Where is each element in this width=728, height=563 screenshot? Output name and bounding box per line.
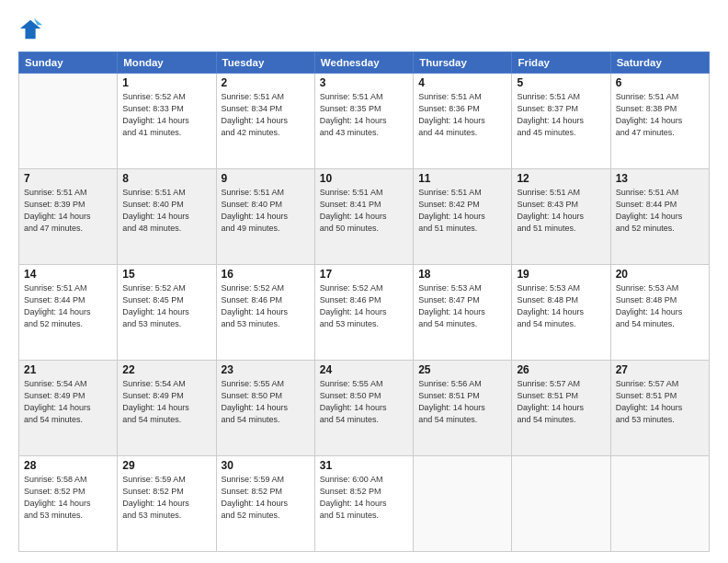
calendar-cell: 5Sunrise: 5:51 AMSunset: 8:37 PMDaylight… <box>512 74 610 169</box>
day-info: Sunrise: 5:53 AMSunset: 8:48 PMDaylight:… <box>517 282 605 330</box>
day-info: Sunrise: 5:51 AMSunset: 8:43 PMDaylight:… <box>517 187 605 235</box>
day-number: 20 <box>616 268 704 281</box>
day-info: Sunrise: 5:57 AMSunset: 8:51 PMDaylight:… <box>517 378 605 426</box>
day-number: 15 <box>122 268 210 281</box>
day-number: 21 <box>24 363 112 376</box>
day-info: Sunrise: 5:57 AMSunset: 8:51 PMDaylight:… <box>616 378 704 426</box>
calendar-cell: 12Sunrise: 5:51 AMSunset: 8:43 PMDayligh… <box>512 169 610 265</box>
calendar-week-4: 21Sunrise: 5:54 AMSunset: 8:49 PMDayligh… <box>19 361 710 456</box>
day-number: 8 <box>122 172 210 185</box>
day-number: 25 <box>418 363 506 376</box>
day-info: Sunrise: 5:51 AMSunset: 8:44 PMDaylight:… <box>616 187 704 235</box>
calendar-cell: 23Sunrise: 5:55 AMSunset: 8:50 PMDayligh… <box>216 361 314 456</box>
calendar-cell: 26Sunrise: 5:57 AMSunset: 8:51 PMDayligh… <box>512 361 610 456</box>
day-of-week-friday: Friday <box>512 52 610 74</box>
calendar-cell: 31Sunrise: 6:00 AMSunset: 8:52 PMDayligh… <box>314 456 413 552</box>
calendar-cell: 17Sunrise: 5:52 AMSunset: 8:46 PMDayligh… <box>314 265 413 361</box>
day-number: 19 <box>517 268 605 281</box>
calendar-cell: 13Sunrise: 5:51 AMSunset: 8:44 PMDayligh… <box>610 169 709 265</box>
day-info: Sunrise: 5:51 AMSunset: 8:40 PMDaylight:… <box>222 187 310 235</box>
calendar-week-3: 14Sunrise: 5:51 AMSunset: 8:44 PMDayligh… <box>19 265 710 361</box>
day-number: 10 <box>320 172 408 185</box>
day-number: 7 <box>24 172 112 185</box>
day-number: 26 <box>517 363 605 376</box>
day-number: 22 <box>122 363 210 376</box>
day-of-week-tuesday: Tuesday <box>216 52 314 74</box>
day-number: 18 <box>418 268 506 281</box>
calendar-cell: 8Sunrise: 5:51 AMSunset: 8:40 PMDaylight… <box>118 169 216 265</box>
calendar-cell: 1Sunrise: 5:52 AMSunset: 8:33 PMDaylight… <box>118 74 216 169</box>
day-info: Sunrise: 5:51 AMSunset: 8:39 PMDaylight:… <box>24 187 112 235</box>
calendar-header-row: SundayMondayTuesdayWednesdayThursdayFrid… <box>19 52 710 74</box>
calendar-cell <box>610 456 709 552</box>
calendar-week-1: 1Sunrise: 5:52 AMSunset: 8:33 PMDaylight… <box>19 74 710 169</box>
calendar-cell: 25Sunrise: 5:56 AMSunset: 8:51 PMDayligh… <box>414 361 512 456</box>
day-info: Sunrise: 5:51 AMSunset: 8:34 PMDaylight:… <box>222 91 310 139</box>
calendar-cell: 15Sunrise: 5:52 AMSunset: 8:45 PMDayligh… <box>118 265 216 361</box>
calendar-cell <box>512 456 610 552</box>
day-number: 4 <box>418 76 506 89</box>
day-info: Sunrise: 5:51 AMSunset: 8:41 PMDaylight:… <box>320 187 408 235</box>
day-info: Sunrise: 5:58 AMSunset: 8:52 PMDaylight:… <box>24 474 112 522</box>
calendar-cell: 29Sunrise: 5:59 AMSunset: 8:52 PMDayligh… <box>118 456 216 552</box>
day-info: Sunrise: 5:59 AMSunset: 8:52 PMDaylight:… <box>222 474 310 522</box>
day-info: Sunrise: 5:52 AMSunset: 8:33 PMDaylight:… <box>122 91 210 139</box>
calendar-cell: 30Sunrise: 5:59 AMSunset: 8:52 PMDayligh… <box>216 456 314 552</box>
calendar-cell <box>19 74 118 169</box>
day-info: Sunrise: 5:52 AMSunset: 8:46 PMDaylight:… <box>320 282 408 330</box>
day-of-week-sunday: Sunday <box>19 52 118 74</box>
day-info: Sunrise: 5:51 AMSunset: 8:36 PMDaylight:… <box>418 91 506 139</box>
calendar-week-5: 28Sunrise: 5:58 AMSunset: 8:52 PMDayligh… <box>19 456 710 552</box>
day-info: Sunrise: 5:59 AMSunset: 8:52 PMDaylight:… <box>122 474 210 522</box>
day-number: 5 <box>517 76 605 89</box>
day-info: Sunrise: 5:51 AMSunset: 8:44 PMDaylight:… <box>24 282 112 330</box>
page: SundayMondayTuesdayWednesdayThursdayFrid… <box>0 0 728 563</box>
calendar-week-2: 7Sunrise: 5:51 AMSunset: 8:39 PMDaylight… <box>19 169 710 265</box>
day-number: 24 <box>320 363 408 376</box>
day-number: 6 <box>616 76 704 89</box>
day-info: Sunrise: 5:52 AMSunset: 8:46 PMDaylight:… <box>222 282 310 330</box>
day-number: 11 <box>418 172 506 185</box>
calendar-cell: 28Sunrise: 5:58 AMSunset: 8:52 PMDayligh… <box>19 456 118 552</box>
day-info: Sunrise: 5:51 AMSunset: 8:40 PMDaylight:… <box>122 187 210 235</box>
day-number: 29 <box>122 459 210 472</box>
day-number: 9 <box>222 172 310 185</box>
day-info: Sunrise: 5:53 AMSunset: 8:47 PMDaylight:… <box>418 282 506 330</box>
day-info: Sunrise: 5:51 AMSunset: 8:38 PMDaylight:… <box>616 91 704 139</box>
calendar-cell: 16Sunrise: 5:52 AMSunset: 8:46 PMDayligh… <box>216 265 314 361</box>
day-of-week-monday: Monday <box>118 52 216 74</box>
day-number: 2 <box>222 76 310 89</box>
day-info: Sunrise: 5:51 AMSunset: 8:42 PMDaylight:… <box>418 187 506 235</box>
calendar-cell: 21Sunrise: 5:54 AMSunset: 8:49 PMDayligh… <box>19 361 118 456</box>
day-info: Sunrise: 5:54 AMSunset: 8:49 PMDaylight:… <box>122 378 210 426</box>
day-of-week-thursday: Thursday <box>414 52 512 74</box>
header <box>18 17 710 42</box>
day-number: 17 <box>320 268 408 281</box>
day-number: 23 <box>222 363 310 376</box>
calendar-cell: 19Sunrise: 5:53 AMSunset: 8:48 PMDayligh… <box>512 265 610 361</box>
day-number: 14 <box>24 268 112 281</box>
calendar-cell <box>414 456 512 552</box>
calendar-cell: 6Sunrise: 5:51 AMSunset: 8:38 PMDaylight… <box>610 74 709 169</box>
calendar-cell: 4Sunrise: 5:51 AMSunset: 8:36 PMDaylight… <box>414 74 512 169</box>
calendar-cell: 7Sunrise: 5:51 AMSunset: 8:39 PMDaylight… <box>19 169 118 265</box>
day-info: Sunrise: 5:54 AMSunset: 8:49 PMDaylight:… <box>24 378 112 426</box>
calendar-cell: 9Sunrise: 5:51 AMSunset: 8:40 PMDaylight… <box>216 169 314 265</box>
calendar-cell: 11Sunrise: 5:51 AMSunset: 8:42 PMDayligh… <box>414 169 512 265</box>
calendar-cell: 14Sunrise: 5:51 AMSunset: 8:44 PMDayligh… <box>19 265 118 361</box>
day-number: 13 <box>616 172 704 185</box>
calendar-cell: 24Sunrise: 5:55 AMSunset: 8:50 PMDayligh… <box>314 361 413 456</box>
day-info: Sunrise: 6:00 AMSunset: 8:52 PMDaylight:… <box>320 474 408 522</box>
day-info: Sunrise: 5:51 AMSunset: 8:35 PMDaylight:… <box>320 91 408 139</box>
calendar-cell: 2Sunrise: 5:51 AMSunset: 8:34 PMDaylight… <box>216 74 314 169</box>
day-info: Sunrise: 5:56 AMSunset: 8:51 PMDaylight:… <box>418 378 506 426</box>
day-info: Sunrise: 5:55 AMSunset: 8:50 PMDaylight:… <box>320 378 408 426</box>
day-number: 1 <box>122 76 210 89</box>
calendar-cell: 20Sunrise: 5:53 AMSunset: 8:48 PMDayligh… <box>610 265 709 361</box>
day-number: 16 <box>222 268 310 281</box>
calendar-cell: 27Sunrise: 5:57 AMSunset: 8:51 PMDayligh… <box>610 361 709 456</box>
day-info: Sunrise: 5:52 AMSunset: 8:45 PMDaylight:… <box>122 282 210 330</box>
day-number: 28 <box>24 459 112 472</box>
calendar-cell: 18Sunrise: 5:53 AMSunset: 8:47 PMDayligh… <box>414 265 512 361</box>
day-info: Sunrise: 5:51 AMSunset: 8:37 PMDaylight:… <box>517 91 605 139</box>
